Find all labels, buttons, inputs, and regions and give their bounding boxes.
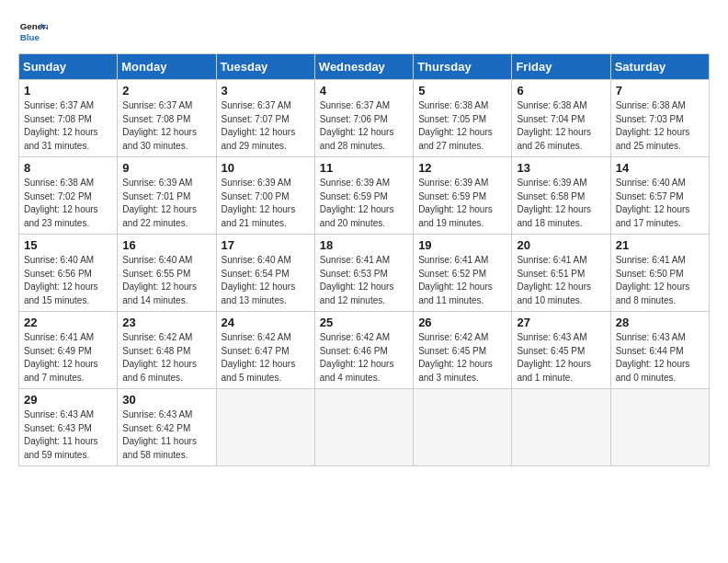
day-info-10: Sunrise: 6:39 AM Sunset: 7:00 PM Dayligh… [222, 177, 310, 230]
calendar-table: Sunday Monday Tuesday Wednesday Thursday… [18, 53, 710, 466]
day-number-18: 18 [320, 238, 408, 252]
day-cell-11: 11Sunrise: 6:39 AM Sunset: 6:59 PM Dayli… [314, 157, 413, 235]
day-number-6: 6 [517, 84, 605, 98]
day-number-1: 1 [24, 84, 112, 98]
week-row-1: 1Sunrise: 6:37 AM Sunset: 7:08 PM Daylig… [19, 80, 710, 157]
day-number-20: 20 [517, 238, 605, 252]
day-cell-23: 23Sunrise: 6:42 AM Sunset: 6:48 PM Dayli… [118, 312, 216, 389]
header-tuesday: Tuesday [216, 54, 314, 80]
day-cell-5: 5Sunrise: 6:38 AM Sunset: 7:05 PM Daylig… [414, 80, 512, 157]
day-number-11: 11 [320, 161, 408, 175]
day-cell-7: 7Sunrise: 6:38 AM Sunset: 7:03 PM Daylig… [610, 80, 709, 157]
day-info-6: Sunrise: 6:38 AM Sunset: 7:04 PM Dayligh… [517, 99, 605, 153]
day-number-17: 17 [222, 238, 310, 252]
day-number-25: 25 [320, 316, 408, 329]
day-number-5: 5 [418, 84, 506, 98]
day-info-19: Sunrise: 6:41 AM Sunset: 6:52 PM Dayligh… [418, 254, 506, 307]
day-number-2: 2 [122, 84, 210, 98]
svg-text:Blue: Blue [20, 32, 40, 42]
day-number-10: 10 [222, 161, 310, 175]
day-info-15: Sunrise: 6:40 AM Sunset: 6:56 PM Dayligh… [24, 254, 112, 307]
week-row-3: 15Sunrise: 6:40 AM Sunset: 6:56 PM Dayli… [19, 235, 710, 312]
day-info-11: Sunrise: 6:39 AM Sunset: 6:59 PM Dayligh… [320, 177, 408, 230]
day-cell-22: 22Sunrise: 6:41 AM Sunset: 6:49 PM Dayli… [19, 312, 118, 389]
day-info-7: Sunrise: 6:38 AM Sunset: 7:03 PM Dayligh… [616, 99, 704, 153]
header-sunday: Sunday [19, 54, 118, 80]
day-cell-8: 8Sunrise: 6:38 AM Sunset: 7:02 PM Daylig… [19, 157, 118, 235]
empty-cell [512, 389, 610, 466]
day-info-1: Sunrise: 6:37 AM Sunset: 7:08 PM Dayligh… [24, 99, 112, 153]
header-saturday: Saturday [610, 54, 709, 80]
day-info-8: Sunrise: 6:38 AM Sunset: 7:02 PM Dayligh… [24, 177, 112, 230]
day-info-12: Sunrise: 6:39 AM Sunset: 6:59 PM Dayligh… [418, 177, 506, 230]
header-monday: Monday [118, 54, 216, 80]
day-info-17: Sunrise: 6:40 AM Sunset: 6:54 PM Dayligh… [222, 254, 310, 307]
day-info-25: Sunrise: 6:42 AM Sunset: 6:46 PM Dayligh… [320, 331, 408, 385]
header: General Blue [18, 17, 710, 46]
day-cell-15: 15Sunrise: 6:40 AM Sunset: 6:56 PM Dayli… [19, 235, 118, 312]
week-row-2: 8Sunrise: 6:38 AM Sunset: 7:02 PM Daylig… [19, 157, 710, 235]
day-cell-30: 30Sunrise: 6:43 AM Sunset: 6:42 PM Dayli… [118, 389, 216, 466]
header-wednesday: Wednesday [314, 54, 413, 80]
weekday-header-row: Sunday Monday Tuesday Wednesday Thursday… [19, 54, 710, 80]
header-friday: Friday [512, 54, 610, 80]
day-number-22: 22 [24, 316, 112, 329]
week-row-5: 29Sunrise: 6:43 AM Sunset: 6:43 PM Dayli… [19, 389, 710, 466]
day-number-13: 13 [517, 161, 605, 175]
day-number-26: 26 [418, 316, 506, 329]
day-cell-27: 27Sunrise: 6:43 AM Sunset: 6:45 PM Dayli… [512, 312, 610, 389]
day-cell-29: 29Sunrise: 6:43 AM Sunset: 6:43 PM Dayli… [19, 389, 118, 466]
page: General Blue Sunday Monday Tuesday Wedne… [0, 0, 728, 476]
day-cell-28: 28Sunrise: 6:43 AM Sunset: 6:44 PM Dayli… [610, 312, 709, 389]
day-info-27: Sunrise: 6:43 AM Sunset: 6:45 PM Dayligh… [517, 331, 605, 385]
day-info-23: Sunrise: 6:42 AM Sunset: 6:48 PM Dayligh… [122, 331, 210, 385]
day-info-13: Sunrise: 6:39 AM Sunset: 6:58 PM Dayligh… [517, 177, 605, 230]
logo: General Blue [18, 17, 51, 46]
day-cell-1: 1Sunrise: 6:37 AM Sunset: 7:08 PM Daylig… [19, 80, 118, 157]
day-number-8: 8 [24, 161, 112, 175]
day-number-3: 3 [222, 84, 310, 98]
empty-cell [314, 389, 413, 466]
day-cell-20: 20Sunrise: 6:41 AM Sunset: 6:51 PM Dayli… [512, 235, 610, 312]
day-cell-14: 14Sunrise: 6:40 AM Sunset: 6:57 PM Dayli… [610, 157, 709, 235]
day-info-2: Sunrise: 6:37 AM Sunset: 7:08 PM Dayligh… [122, 99, 210, 153]
logo-icon: General Blue [18, 17, 48, 46]
day-number-24: 24 [222, 316, 310, 329]
day-number-19: 19 [418, 238, 506, 252]
day-cell-13: 13Sunrise: 6:39 AM Sunset: 6:58 PM Dayli… [512, 157, 610, 235]
day-cell-19: 19Sunrise: 6:41 AM Sunset: 6:52 PM Dayli… [414, 235, 512, 312]
day-number-4: 4 [320, 84, 408, 98]
day-info-22: Sunrise: 6:41 AM Sunset: 6:49 PM Dayligh… [24, 331, 112, 385]
empty-cell [414, 389, 512, 466]
day-number-15: 15 [24, 238, 112, 252]
day-number-28: 28 [616, 316, 704, 329]
day-cell-2: 2Sunrise: 6:37 AM Sunset: 7:08 PM Daylig… [118, 80, 216, 157]
day-number-29: 29 [24, 393, 112, 407]
day-info-26: Sunrise: 6:42 AM Sunset: 6:45 PM Dayligh… [418, 331, 506, 385]
day-cell-10: 10Sunrise: 6:39 AM Sunset: 7:00 PM Dayli… [216, 157, 314, 235]
day-cell-6: 6Sunrise: 6:38 AM Sunset: 7:04 PM Daylig… [512, 80, 610, 157]
empty-cell [216, 389, 314, 466]
week-row-4: 22Sunrise: 6:41 AM Sunset: 6:49 PM Dayli… [19, 312, 710, 389]
day-cell-16: 16Sunrise: 6:40 AM Sunset: 6:55 PM Dayli… [118, 235, 216, 312]
day-number-16: 16 [122, 238, 210, 252]
day-info-24: Sunrise: 6:42 AM Sunset: 6:47 PM Dayligh… [222, 331, 310, 385]
day-info-3: Sunrise: 6:37 AM Sunset: 7:07 PM Dayligh… [222, 99, 310, 153]
day-info-14: Sunrise: 6:40 AM Sunset: 6:57 PM Dayligh… [616, 177, 704, 230]
day-cell-25: 25Sunrise: 6:42 AM Sunset: 6:46 PM Dayli… [314, 312, 413, 389]
empty-cell [610, 389, 709, 466]
day-info-20: Sunrise: 6:41 AM Sunset: 6:51 PM Dayligh… [517, 254, 605, 307]
day-number-21: 21 [616, 238, 704, 252]
day-info-28: Sunrise: 6:43 AM Sunset: 6:44 PM Dayligh… [616, 331, 704, 385]
day-info-29: Sunrise: 6:43 AM Sunset: 6:43 PM Dayligh… [24, 408, 112, 462]
day-number-7: 7 [616, 84, 704, 98]
day-cell-17: 17Sunrise: 6:40 AM Sunset: 6:54 PM Dayli… [216, 235, 314, 312]
day-info-16: Sunrise: 6:40 AM Sunset: 6:55 PM Dayligh… [122, 254, 210, 307]
day-info-4: Sunrise: 6:37 AM Sunset: 7:06 PM Dayligh… [320, 99, 408, 153]
day-cell-18: 18Sunrise: 6:41 AM Sunset: 6:53 PM Dayli… [314, 235, 413, 312]
day-cell-21: 21Sunrise: 6:41 AM Sunset: 6:50 PM Dayli… [610, 235, 709, 312]
day-number-30: 30 [122, 393, 210, 407]
day-number-27: 27 [517, 316, 605, 329]
day-cell-26: 26Sunrise: 6:42 AM Sunset: 6:45 PM Dayli… [414, 312, 512, 389]
day-cell-9: 9Sunrise: 6:39 AM Sunset: 7:01 PM Daylig… [118, 157, 216, 235]
